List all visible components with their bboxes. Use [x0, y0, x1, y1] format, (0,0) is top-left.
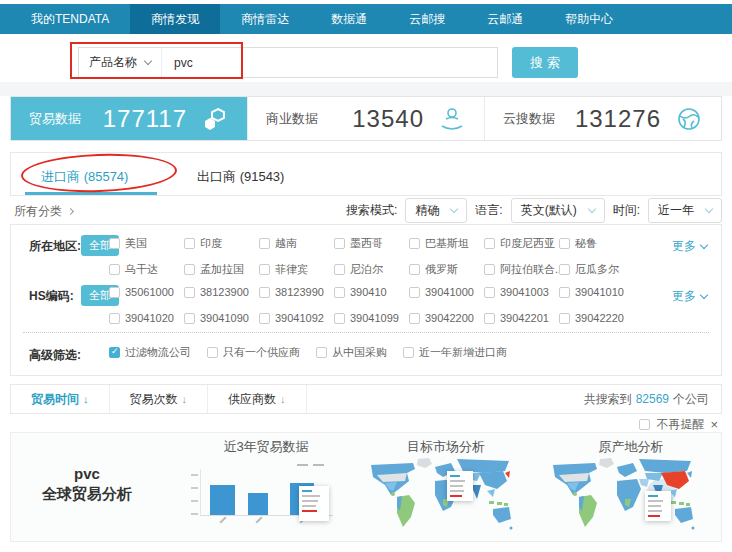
nav-item-cloud-mail-search[interactable]: 云邮搜 — [388, 4, 466, 34]
checkbox[interactable] — [403, 347, 414, 358]
sort-by-trade-time[interactable]: 贸易时间 ↓ — [11, 385, 110, 413]
hs-option[interactable]: 35061000 — [109, 286, 184, 298]
hs-option[interactable]: 39042220 — [559, 312, 634, 324]
close-icon[interactable]: × — [710, 417, 718, 432]
region-more-link[interactable]: 更多 — [672, 238, 707, 255]
tendata-trade-search-page: 我的TENDATA 商情发现 商情雷达 数据通 云邮搜 云邮通 帮助中心 产品名… — [0, 0, 732, 552]
tab-importers[interactable]: 进口商 (85574) — [41, 168, 128, 186]
region-option[interactable]: 秘鲁 — [559, 236, 634, 251]
hs-option[interactable]: 39041020 — [109, 312, 184, 324]
stat-cloud-search-data[interactable]: 云搜数据 131276 — [484, 97, 721, 140]
advanced-option-new-importers[interactable]: 近一年新增进口商 — [403, 345, 507, 360]
hs-option[interactable]: 39041092 — [259, 312, 334, 324]
checkbox[interactable] — [109, 313, 120, 324]
hs-option[interactable]: 39041000 — [409, 286, 484, 298]
checkbox[interactable] — [559, 287, 570, 298]
checkbox[interactable] — [334, 287, 345, 298]
checkbox[interactable] — [184, 287, 195, 298]
origin-map[interactable] — [545, 455, 695, 535]
checkbox[interactable] — [409, 238, 420, 249]
checkbox[interactable] — [559, 313, 570, 324]
region-option[interactable]: 尼泊尔 — [334, 262, 409, 277]
region-option[interactable]: 菲律宾 — [259, 262, 334, 277]
language-select[interactable]: 英文(默认) — [511, 198, 605, 223]
checkbox[interactable] — [259, 313, 270, 324]
advanced-option-single-supplier[interactable]: 只有一个供应商 — [207, 345, 300, 360]
nav-item-business-radar[interactable]: 商情雷达 — [220, 4, 310, 34]
checkbox[interactable] — [109, 287, 120, 298]
checkbox[interactable] — [184, 264, 195, 275]
checkbox[interactable] — [109, 238, 120, 249]
checkbox[interactable] — [484, 287, 495, 298]
tab-exporters[interactable]: 出口商 (91543) — [197, 168, 284, 186]
hs-option[interactable]: 38123990 — [259, 286, 334, 298]
checkbox[interactable] — [484, 313, 495, 324]
checkbox[interactable] — [334, 238, 345, 249]
checkbox[interactable] — [409, 287, 420, 298]
region-option[interactable]: 印度 — [184, 236, 259, 251]
nav-item-business-discovery[interactable]: 商情发现 — [130, 4, 220, 34]
region-option[interactable]: 乌干达 — [109, 262, 184, 277]
hs-more-link[interactable]: 更多 — [672, 288, 707, 305]
checkbox[interactable] — [259, 264, 270, 275]
checkbox[interactable] — [259, 238, 270, 249]
search-button[interactable]: 搜 索 — [512, 47, 578, 78]
region-option[interactable]: 巴基斯坦 — [409, 236, 484, 251]
all-categories-link[interactable]: 所有分类 — [14, 203, 73, 220]
trade-analysis-panel: 近3年贸易数据 目标市场分析 原产地分析 pvc 全球贸易分析 — [10, 432, 722, 542]
checkbox[interactable] — [559, 264, 570, 275]
checkbox[interactable] — [184, 313, 195, 324]
nav-item-my-tendata[interactable]: 我的TENDATA — [10, 4, 130, 34]
y-tick — [191, 500, 198, 502]
checkbox[interactable] — [559, 238, 570, 249]
trade-3yr-bar-chart[interactable] — [191, 455, 341, 537]
hs-option[interactable]: 390410 — [334, 286, 409, 298]
checkbox[interactable] — [409, 313, 420, 324]
checkbox[interactable] — [259, 287, 270, 298]
advanced-option-buy-from-china[interactable]: 从中国采购 — [316, 345, 387, 360]
nav-item-data-link[interactable]: 数据通 — [310, 4, 388, 34]
region-option[interactable]: 越南 — [259, 236, 334, 251]
dismiss-checkbox[interactable] — [639, 419, 650, 430]
search-input[interactable]: pvc — [162, 56, 497, 70]
hs-option[interactable]: 39041099 — [334, 312, 409, 324]
checkbox[interactable] — [207, 347, 218, 358]
region-option[interactable]: 俄罗斯 — [409, 262, 484, 277]
hs-option[interactable]: 39042200 — [409, 312, 484, 324]
region-option[interactable]: 阿拉伯联合... — [484, 262, 559, 277]
checkbox[interactable] — [184, 238, 195, 249]
stat-trade-data[interactable]: 贸易数据 177117 — [11, 97, 247, 140]
hs-option[interactable]: 39041090 — [184, 312, 259, 324]
region-option[interactable]: 孟加拉国 — [184, 262, 259, 277]
region-options-row1: 美国 印度 越南 墨西哥 巴基斯坦 印度尼西亚 秘鲁 — [109, 236, 634, 251]
advanced-option-filter-logistics[interactable]: 过滤物流公司 — [109, 345, 191, 360]
search-field-dropdown[interactable]: 产品名称 — [79, 48, 162, 77]
language-label: 语言: — [475, 202, 502, 219]
hs-option[interactable]: 39042201 — [484, 312, 559, 324]
checkbox[interactable] — [316, 347, 327, 358]
hs-option[interactable]: 39041010 — [559, 286, 634, 298]
stat-business-data[interactable]: 商业数据 13540 — [247, 97, 484, 140]
search-mode-select[interactable]: 精确 — [405, 198, 467, 223]
checkbox[interactable] — [334, 313, 345, 324]
checkbox[interactable] — [484, 238, 495, 249]
chevron-down-icon — [705, 205, 713, 213]
checkbox[interactable] — [334, 264, 345, 275]
nav-item-cloud-mail[interactable]: 云邮通 — [466, 4, 544, 34]
time-select[interactable]: 近一年 — [648, 198, 722, 223]
region-option[interactable]: 厄瓜多尔 — [559, 262, 634, 277]
region-option[interactable]: 墨西哥 — [334, 236, 409, 251]
checkbox-checked[interactable] — [109, 347, 120, 358]
sort-by-trade-count[interactable]: 贸易次数 ↓ — [110, 385, 209, 413]
hs-option[interactable]: 39041003 — [484, 286, 559, 298]
hs-option[interactable]: 38123900 — [184, 286, 259, 298]
nav-item-help-center[interactable]: 帮助中心 — [544, 4, 634, 34]
target-market-map[interactable] — [363, 455, 513, 535]
region-option[interactable]: 印度尼西亚 — [484, 236, 559, 251]
sort-by-supplier-count[interactable]: 供应商数 ↓ — [208, 385, 307, 413]
checkbox[interactable] — [409, 264, 420, 275]
region-option[interactable]: 美国 — [109, 236, 184, 251]
language-value: 英文(默认) — [521, 202, 577, 219]
checkbox[interactable] — [484, 264, 495, 275]
checkbox[interactable] — [109, 264, 120, 275]
